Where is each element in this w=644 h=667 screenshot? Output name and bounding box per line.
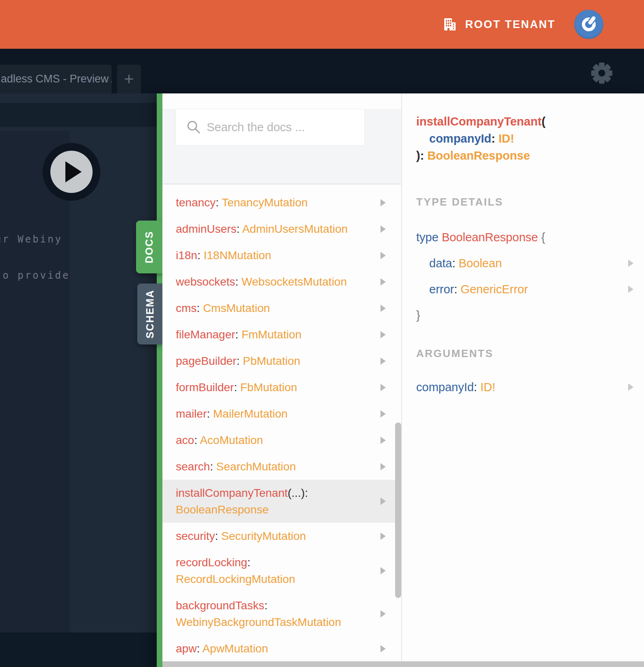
signature-return-type[interactable]: BooleanResponse (427, 149, 530, 162)
field-list-item[interactable]: recordLocking:RecordLockingMutation (162, 549, 401, 592)
docs-search-section (162, 109, 401, 184)
docs-vertical-scrollbar[interactable] (395, 422, 401, 598)
detail-field-row[interactable]: error: GenericError (416, 276, 644, 302)
field-name: pageBuilder (176, 355, 236, 367)
chevron-right-icon (380, 610, 386, 617)
field-type: ApwMutation (202, 642, 268, 655)
execute-query-button[interactable] (43, 143, 100, 201)
field-type: WebsocketsMutation (242, 275, 347, 288)
settings-button[interactable] (590, 62, 613, 84)
type-close-row: } (416, 302, 644, 328)
chevron-right-icon (380, 252, 386, 259)
field-separator: : (215, 530, 218, 542)
field-separator: : (197, 249, 201, 262)
field-name: tenancy (176, 196, 216, 209)
field-list-item[interactable]: i18n: I18NMutation (162, 242, 401, 269)
detail-field-name: data (429, 257, 452, 270)
field-type: TenancyMutation (222, 196, 308, 209)
signature-field-name: installCompanyTenant (416, 115, 542, 128)
field-type: AcoMutation (200, 434, 263, 446)
search-icon (186, 120, 201, 134)
chevron-right-icon (380, 199, 386, 206)
docs-list-panel: tenancy: TenancyMutationadminUsers: Admi… (162, 93, 401, 667)
field-name: mailer (176, 407, 207, 420)
field-separator: : (264, 599, 268, 612)
chevron-right-icon (380, 305, 386, 312)
signature-arg-type[interactable]: ID! (499, 132, 514, 145)
field-list-item[interactable]: backgroundTasks:WebinyBackgroundTaskMuta… (162, 592, 401, 635)
chevron-right-icon (380, 278, 386, 286)
chevron-right-icon (380, 498, 386, 505)
detail-field-row[interactable]: companyId: ID! (416, 374, 644, 400)
field-list-item[interactable]: fileManager: FmMutation (162, 321, 401, 348)
chevron-right-icon (380, 410, 386, 418)
arguments-list: companyId: ID! (416, 374, 644, 400)
field-separator: : (197, 302, 200, 314)
field-list-item[interactable]: aco: AcoMutation (162, 427, 401, 453)
chevron-right-icon (380, 437, 386, 444)
chevron-right-icon (380, 463, 386, 470)
field-separator: : (234, 381, 237, 394)
field-list-item[interactable]: pageBuilder: PbMutation (162, 348, 401, 374)
field-separator: : (207, 407, 210, 420)
chevron-right-icon (380, 384, 386, 391)
field-name: adminUsers (176, 223, 236, 235)
detail-field-name: error (429, 283, 454, 296)
field-list-item[interactable]: security: SecurityMutation (162, 523, 401, 549)
api-tab-title: adless CMS - Preview API (1, 73, 112, 85)
chevron-right-icon (380, 567, 386, 574)
type-definition: type BooleanResponse { data: Booleanerro… (416, 224, 644, 328)
field-list-item[interactable]: search: SearchMutation (162, 453, 401, 480)
arguments-heading: ARGUMENTS (416, 347, 644, 359)
query-editor-area[interactable]: ur Webiny to provide (0, 93, 157, 667)
field-type: MailerMutation (213, 407, 288, 420)
field-list-item[interactable]: adminUsers: AdminUsersMutation (162, 216, 401, 242)
docs-search-box[interactable] (175, 109, 365, 145)
field-separator: : (236, 223, 240, 235)
field-list-item[interactable]: apw: ApwMutation (162, 635, 401, 662)
api-tab[interactable]: adless CMS - Preview API (0, 65, 112, 93)
field-name: fileManager (176, 328, 235, 341)
field-separator: (...): (288, 487, 308, 499)
editor-bottom-panel (0, 632, 157, 667)
field-separator: : (210, 460, 213, 473)
user-avatar[interactable] (574, 10, 603, 39)
field-type: I18NMutation (204, 249, 272, 262)
api-tab-bar: adless CMS - Preview API + (0, 49, 644, 93)
mutation-field-list: tenancy: TenancyMutationadminUsers: Admi… (162, 184, 401, 662)
docs-horizontal-scrollbar[interactable] (162, 661, 644, 667)
detail-field-row[interactable]: data: Boolean (416, 250, 644, 276)
field-name: websockets (176, 275, 235, 288)
field-separator: : (216, 196, 219, 209)
chevron-right-icon (628, 383, 633, 391)
field-list-item[interactable]: tenancy: TenancyMutation (162, 189, 401, 216)
query-code-pane[interactable]: ur Webiny to provide (0, 131, 70, 632)
tab-schema-label: SCHEMA (144, 290, 156, 338)
add-tab-button[interactable]: + (117, 65, 141, 93)
field-list-item[interactable]: cms: CmsMutation (162, 295, 401, 321)
field-list-item[interactable]: websockets: WebsocketsMutation (162, 269, 401, 295)
tenant-selector[interactable]: ROOT TENANT (443, 17, 556, 32)
chevron-right-icon (380, 225, 386, 233)
editor-toolbar-band (0, 103, 157, 127)
field-name: aco (176, 434, 194, 446)
type-details-heading: TYPE DETAILS (416, 196, 644, 208)
field-separator: : (247, 556, 251, 569)
code-comment-line: ur Webiny (0, 234, 70, 245)
tab-schema[interactable]: SCHEMA (137, 284, 162, 344)
docs-accent-bar (157, 93, 162, 667)
detail-field-type: Boolean (459, 257, 502, 270)
docs-search-input[interactable] (201, 121, 364, 134)
type-open-row: type BooleanResponse { (416, 224, 644, 250)
field-separator: : (235, 275, 238, 288)
field-list-item[interactable]: formBuilder: FbMutation (162, 374, 401, 401)
field-name: backgroundTasks (176, 599, 264, 612)
chevron-right-icon (380, 533, 386, 540)
field-list-item[interactable]: mailer: MailerMutation (162, 401, 401, 427)
plus-icon: + (124, 71, 134, 88)
detail-field-separator: : (452, 257, 458, 270)
field-list-item[interactable]: installCompanyTenant(...):BooleanRespons… (162, 480, 401, 523)
tab-docs[interactable]: DOCS (136, 221, 162, 273)
field-type: BooleanResponse (176, 503, 269, 516)
type-name-link[interactable]: BooleanResponse (442, 231, 538, 244)
